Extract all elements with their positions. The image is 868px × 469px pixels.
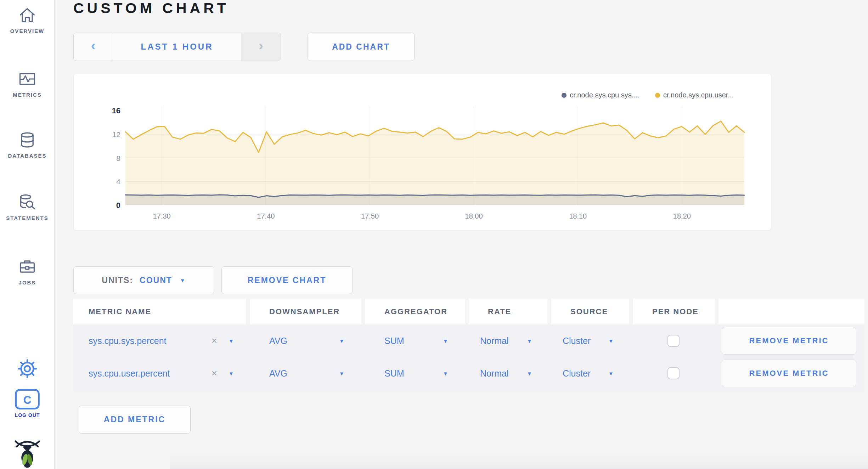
per-node-checkbox[interactable] <box>667 367 680 379</box>
column-header-rate: RATE <box>469 299 547 324</box>
chevron-down-icon[interactable]: ▼ <box>443 338 448 344</box>
database-icon <box>18 130 37 149</box>
downsampler-select[interactable]: AVG <box>269 368 287 379</box>
sidebar-item-label: STATEMENTS <box>6 215 48 221</box>
units-prefix-label: UNITS: <box>102 276 133 285</box>
logout-button[interactable]: C LOG OUT <box>0 388 55 418</box>
table-row: sys.cpu.user.percent × ▼ AVG ▼ SUM ▼ Nor… <box>73 357 864 390</box>
briefcase-icon <box>18 257 37 276</box>
database-search-icon <box>18 193 37 212</box>
custom-chart-card: cr.node.sys.cpu.sys.... cr.node.sys.cpu.… <box>73 74 771 231</box>
chevron-down-icon[interactable]: ▼ <box>229 338 234 344</box>
rate-select[interactable]: Normal <box>480 368 509 379</box>
logout-label: LOG OUT <box>15 412 40 418</box>
bottom-shadow <box>170 451 868 469</box>
chevron-down-icon[interactable]: ▼ <box>339 338 344 344</box>
svg-text:18:00: 18:00 <box>465 212 483 220</box>
add-metric-button[interactable]: ADD METRIC <box>79 406 191 434</box>
chevron-down-icon[interactable]: ▼ <box>443 371 448 377</box>
remove-metric-button[interactable]: REMOVE METRIC <box>722 327 856 355</box>
brand-logo <box>0 439 55 469</box>
svg-text:18:10: 18:10 <box>569 212 587 220</box>
svg-text:17:50: 17:50 <box>361 212 379 220</box>
sidebar-item-label: METRICS <box>13 92 42 98</box>
add-chart-button[interactable]: ADD CHART <box>308 33 415 61</box>
sidebar-item-overview[interactable]: OVERVIEW <box>0 6 55 34</box>
source-select[interactable]: Cluster <box>563 368 591 379</box>
source-select[interactable]: Cluster <box>563 336 591 346</box>
downsampler-select[interactable]: AVG <box>269 336 287 346</box>
chevron-down-icon[interactable]: ▼ <box>608 371 614 377</box>
sidebar-item-jobs[interactable]: JOBS <box>0 257 55 286</box>
aggregator-select[interactable]: SUM <box>384 336 404 346</box>
sidebar-item-metrics[interactable]: METRICS <box>0 69 55 98</box>
remove-chart-button[interactable]: REMOVE CHART <box>221 266 353 294</box>
time-range-button[interactable]: LAST 1 HOUR <box>113 33 241 61</box>
aggregator-select[interactable]: SUM <box>384 368 404 379</box>
time-prev-button[interactable]: ‹ <box>74 33 113 61</box>
metrics-chart-icon <box>18 69 37 89</box>
sidebar-item-label: OVERVIEW <box>10 28 45 34</box>
sidebar-item-label: DATABASES <box>8 153 46 159</box>
metric-name-dropdown[interactable]: sys.cpu.user.percent <box>89 368 170 379</box>
gear-icon <box>16 358 38 380</box>
metrics-table-body: sys.cpu.sys.percent × ▼ AVG ▼ SUM ▼ Norm… <box>73 324 864 392</box>
units-dropdown[interactable]: UNITS: COUNT ▼ <box>73 266 214 294</box>
sidebar-item-label: JOBS <box>19 279 36 286</box>
page-title: CUSTOM CHART <box>73 0 229 17</box>
clear-metric-icon[interactable]: × <box>212 368 217 379</box>
timeseries-chart[interactable]: 161284017:3017:4017:5018:0018:1018:20 <box>74 74 772 231</box>
chevron-down-icon[interactable]: ▼ <box>527 338 532 344</box>
sidebar: OVERVIEW METRICS DATABASES <box>0 0 55 469</box>
c-logo-icon: C <box>15 388 40 410</box>
svg-text:C: C <box>23 394 32 406</box>
column-header-per-node: PER NODE <box>633 299 715 324</box>
svg-text:17:30: 17:30 <box>153 212 171 220</box>
units-value: COUNT <box>140 276 172 285</box>
remove-metric-button[interactable]: REMOVE METRIC <box>722 360 856 387</box>
per-node-checkbox[interactable] <box>667 335 680 347</box>
chevron-down-icon[interactable]: ▼ <box>339 371 344 377</box>
svg-text:17:40: 17:40 <box>257 212 275 220</box>
cockroach-bug-logo <box>14 439 41 469</box>
svg-text:18:20: 18:20 <box>673 212 691 220</box>
rate-select[interactable]: Normal <box>480 336 509 346</box>
clear-metric-icon[interactable]: × <box>212 335 217 346</box>
time-range-selector: ‹ LAST 1 HOUR › <box>73 33 281 61</box>
svg-text:4: 4 <box>116 177 120 186</box>
settings-button[interactable] <box>0 358 55 380</box>
chevron-down-icon[interactable]: ▼ <box>527 371 532 377</box>
svg-text:8: 8 <box>116 154 120 162</box>
time-next-button[interactable]: › <box>241 33 281 61</box>
column-header-actions <box>718 299 864 324</box>
sidebar-item-statements[interactable]: STATEMENTS <box>0 193 55 221</box>
sidebar-item-databases[interactable]: DATABASES <box>0 130 55 159</box>
column-header-metric-name: METRIC NAME <box>73 299 246 324</box>
home-icon <box>18 6 37 25</box>
chevron-down-icon: ▼ <box>180 277 186 283</box>
svg-text:12: 12 <box>112 130 120 139</box>
column-header-downsampler: DOWNSAMPLER <box>250 299 361 324</box>
chevron-down-icon[interactable]: ▼ <box>608 338 614 344</box>
table-row: sys.cpu.sys.percent × ▼ AVG ▼ SUM ▼ Norm… <box>73 324 864 357</box>
svg-text:0: 0 <box>116 201 120 210</box>
column-header-aggregator: AGGREGATOR <box>365 299 465 324</box>
metric-name-dropdown[interactable]: sys.cpu.sys.percent <box>89 336 167 346</box>
svg-text:16: 16 <box>112 106 120 115</box>
column-header-source: SOURCE <box>551 299 629 324</box>
chevron-down-icon[interactable]: ▼ <box>229 371 234 377</box>
